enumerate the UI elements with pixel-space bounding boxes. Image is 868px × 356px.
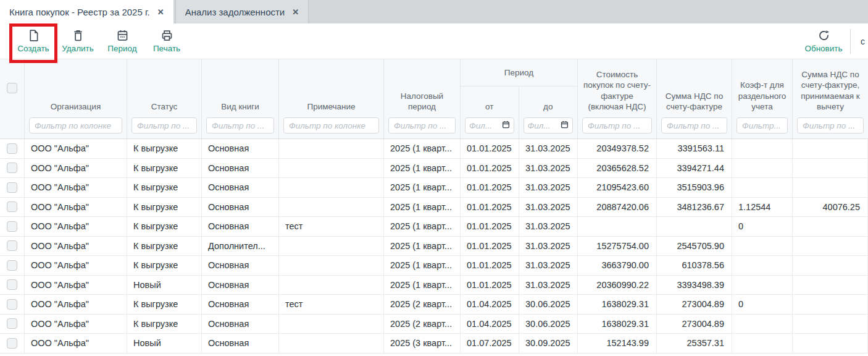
filter-vat-deductible-input[interactable]: Фильтр по ... bbox=[797, 117, 864, 134]
tab-debt-analysis[interactable]: Анализ задолженности ✕ bbox=[175, 0, 309, 23]
row-checkbox[interactable] bbox=[7, 143, 17, 154]
delete-button[interactable]: Удалить bbox=[59, 29, 96, 53]
print-button-label: Печать bbox=[153, 44, 180, 53]
filter-book-type-input[interactable]: Фильтр по ... bbox=[206, 117, 274, 134]
column-header-date-from[interactable]: от Фил... bbox=[461, 87, 519, 138]
cell-purchase_cost: 20365628.52 bbox=[578, 159, 657, 179]
cell-date_to: 31.03.2025 bbox=[519, 159, 578, 179]
cell-book_type: Основная bbox=[202, 178, 279, 198]
filter-status-input[interactable]: Фильтр по ... bbox=[131, 117, 197, 134]
column-header-tax-period[interactable]: Налоговый период Фильтр по ... bbox=[384, 59, 461, 138]
row-checkbox[interactable] bbox=[7, 182, 17, 193]
column-header-vat-deductible[interactable]: Сумма НДС по счету-фактуре, принимаемая … bbox=[793, 59, 868, 138]
cell-org: ООО "Альфа" bbox=[25, 139, 127, 159]
cell-tax_period: 2025 (1 кварт... bbox=[384, 276, 461, 295]
cell-purchase_cost bbox=[578, 217, 657, 237]
column-header-vat-amount[interactable]: Сумма НДС по счету-фактуре Фильтр по ... bbox=[657, 59, 732, 138]
tab-label: Книга покупок - Реестр за 2025 г. bbox=[9, 7, 150, 17]
print-button[interactable]: Печать bbox=[148, 29, 185, 53]
column-header-purchase-cost[interactable]: Стоимость покупок по счету-фактуре (вклю… bbox=[578, 59, 657, 138]
cell-tax_period: 2025 (1 кварт... bbox=[384, 217, 461, 237]
calendar-icon[interactable] bbox=[502, 120, 510, 131]
trash-icon bbox=[72, 29, 85, 42]
cell-coef bbox=[732, 334, 793, 354]
cell-note bbox=[279, 334, 384, 354]
table-row[interactable]: ООО "Альфа"К выгрузкеОсновная2025 (1 ква… bbox=[0, 159, 868, 179]
tab-purchase-book[interactable]: Книга покупок - Реестр за 2025 г. ✕ bbox=[0, 0, 173, 23]
row-checkbox[interactable] bbox=[7, 279, 17, 290]
create-button[interactable]: Создать bbox=[15, 29, 52, 53]
cell-vat_deductible bbox=[793, 276, 868, 295]
row-checkbox[interactable] bbox=[7, 163, 17, 173]
cell-vat_deductible bbox=[793, 315, 868, 334]
table-row[interactable]: ООО "Альфа"НовыйОсновная2025 (3 кварт...… bbox=[0, 334, 868, 354]
column-header-org[interactable]: Организация Фильтр по колонке bbox=[25, 59, 127, 138]
cell-org: ООО "Альфа" bbox=[25, 237, 127, 256]
toolbar: Создать Удалить Период Печать Обновить с bbox=[0, 23, 868, 59]
filter-vat-amount-input[interactable]: Фильтр по ... bbox=[661, 117, 727, 134]
filter-tax-period-input[interactable]: Фильтр по ... bbox=[388, 117, 456, 134]
column-header-status[interactable]: Статус Фильтр по ... bbox=[127, 59, 202, 138]
calendar-icon bbox=[116, 29, 129, 42]
cell-status: К выгрузке bbox=[127, 237, 202, 256]
column-header-date-to[interactable]: до Фил... bbox=[519, 87, 578, 138]
cell-date_to: 31.03.2025 bbox=[519, 237, 578, 256]
row-select-cell bbox=[0, 178, 25, 198]
table-row[interactable]: ООО "Альфа"НовыйОсновная2025 (1 кварт...… bbox=[0, 276, 868, 295]
cell-note bbox=[279, 198, 384, 218]
clipped-button-label[interactable]: с bbox=[861, 36, 868, 46]
cell-status: Новый bbox=[127, 276, 202, 295]
table-row[interactable]: ООО "Альфа"К выгрузкеОсновная2025 (1 ква… bbox=[0, 198, 868, 218]
tab-close-icon[interactable]: ✕ bbox=[157, 7, 164, 17]
filter-date-to-input[interactable]: Фил... bbox=[524, 117, 574, 134]
period-group-label: Период bbox=[461, 59, 577, 87]
refresh-button[interactable]: Обновить bbox=[802, 29, 845, 53]
table-row[interactable]: ООО "Альфа"К выгрузкеОсновная2025 (1 ква… bbox=[0, 139, 868, 159]
table-row[interactable]: ООО "Альфа"К выгрузкеОсновнаятест2025 (1… bbox=[0, 217, 868, 237]
select-all-checkbox[interactable] bbox=[7, 83, 17, 93]
cell-date_to: 31.03.2025 bbox=[519, 256, 578, 276]
row-checkbox[interactable] bbox=[7, 221, 17, 232]
cell-coef bbox=[732, 237, 793, 256]
calendar-icon[interactable] bbox=[561, 120, 569, 131]
table-row[interactable]: ООО "Альфа"К выгрузкеДополнител...2025 (… bbox=[0, 237, 868, 256]
column-header-coef[interactable]: Коэф-т для раздельного учета Фильтр... bbox=[732, 59, 793, 138]
column-header-note[interactable]: Примечание Фильтр по колонке bbox=[279, 59, 384, 138]
row-checkbox[interactable] bbox=[7, 201, 17, 212]
filter-org-input[interactable]: Фильтр по колонке bbox=[29, 117, 122, 134]
filter-date-from-input[interactable]: Фил... bbox=[465, 117, 514, 134]
cell-coef: 0 bbox=[732, 295, 793, 315]
row-checkbox[interactable] bbox=[7, 299, 17, 310]
cell-coef: 1.12544 bbox=[732, 198, 793, 218]
column-header-book-type[interactable]: Вид книги Фильтр по ... bbox=[202, 59, 279, 138]
cell-purchase_cost: 20887420.06 bbox=[578, 198, 657, 218]
cell-note bbox=[279, 139, 384, 159]
cell-date_from: 01.01.2025 bbox=[461, 237, 519, 256]
table-row[interactable]: ООО "Альфа"К выгрузкеОсновная2025 (2 ква… bbox=[0, 315, 868, 334]
table-row[interactable]: ООО "Альфа"К выгрузкеОсновная2025 (1 ква… bbox=[0, 256, 868, 276]
cell-date_to: 31.03.2025 bbox=[519, 217, 578, 237]
cell-vat_deductible bbox=[793, 159, 868, 179]
filter-purchase-cost-input[interactable]: Фильтр по ... bbox=[582, 117, 652, 134]
row-checkbox[interactable] bbox=[7, 338, 17, 349]
filter-coef-input[interactable]: Фильтр... bbox=[737, 117, 788, 134]
cell-vat_amount bbox=[657, 217, 732, 237]
cell-status: К выгрузке bbox=[127, 315, 202, 334]
row-checkbox[interactable] bbox=[7, 318, 17, 329]
cell-tax_period: 2025 (3 кварт... bbox=[384, 334, 461, 354]
cell-vat_deductible bbox=[793, 139, 868, 159]
table-row[interactable]: ООО "Альфа"К выгрузкеОсновная2025 (1 ква… bbox=[0, 178, 868, 198]
cell-status: К выгрузке bbox=[127, 217, 202, 237]
cell-book_type: Основная bbox=[202, 334, 279, 354]
row-checkbox[interactable] bbox=[7, 260, 17, 271]
printer-icon bbox=[161, 29, 173, 42]
cell-book_type: Основная bbox=[202, 159, 279, 179]
filter-note-input[interactable]: Фильтр по колонке bbox=[283, 117, 379, 134]
cell-purchase_cost: 1638029.31 bbox=[578, 315, 657, 334]
period-button[interactable]: Период bbox=[104, 29, 141, 53]
cell-book_type: Основная bbox=[202, 217, 279, 237]
row-checkbox[interactable] bbox=[7, 240, 17, 251]
tab-close-icon[interactable]: ✕ bbox=[292, 7, 299, 17]
cell-coef bbox=[732, 139, 793, 159]
table-row[interactable]: ООО "Альфа"К выгрузкеОсновнаятест2025 (2… bbox=[0, 295, 868, 315]
